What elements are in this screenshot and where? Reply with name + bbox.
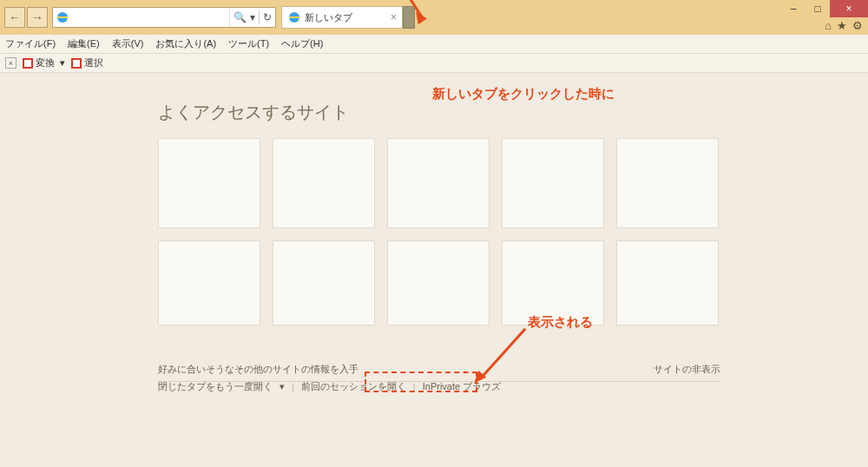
- site-tile[interactable]: [387, 240, 490, 326]
- settings-icon[interactable]: ⚙: [852, 19, 863, 32]
- reopen-closed-tabs-link[interactable]: 閉じたタブをもう一度開く: [158, 380, 273, 393]
- reopen-dropdown-icon[interactable]: ▾: [279, 381, 285, 392]
- separator: |: [292, 382, 294, 392]
- search-icon[interactable]: 🔍: [233, 11, 247, 23]
- discover-sites-link[interactable]: 好みに合いそうなその他のサイトの情報を入手: [158, 363, 358, 376]
- url-input[interactable]: [72, 9, 229, 26]
- svg-rect-3: [24, 60, 31, 67]
- header-icons: ⌂ ★ ⚙: [825, 19, 863, 32]
- annotation-text-1: 新しいタブをクリックした時に: [432, 86, 615, 102]
- new-tab-page: よくアクセスするサイト 好みに合いそうなその他のサイトの情報を入手 サイトの非表…: [0, 73, 868, 467]
- addon-toolbar: × 変換 ▾ 選択: [0, 54, 868, 73]
- search-dropdown-icon[interactable]: ▾: [250, 11, 255, 23]
- forward-button[interactable]: →: [27, 7, 48, 28]
- address-tools: 🔍 ▾ ↻: [229, 8, 275, 27]
- site-tile[interactable]: [502, 240, 604, 326]
- site-tile[interactable]: [273, 240, 375, 326]
- maximize-button[interactable]: □: [806, 0, 830, 17]
- tab-close-button[interactable]: ×: [391, 11, 397, 23]
- site-tile[interactable]: [502, 138, 604, 228]
- title-bar: ← → 🔍 ▾ ↻ 新しいタブ × – □ × ⌂ ★ ⚙: [0, 0, 868, 35]
- convert-button[interactable]: 変換: [22, 56, 55, 69]
- minimize-button[interactable]: –: [781, 0, 806, 17]
- back-button[interactable]: ←: [4, 7, 25, 28]
- tab-label: 新しいタブ: [305, 11, 352, 24]
- hide-sites-link[interactable]: サイトの非表示: [654, 363, 720, 376]
- site-tile[interactable]: [616, 138, 719, 228]
- site-tile[interactable]: [273, 138, 375, 228]
- annotation-text-2: 表示される: [528, 314, 593, 331]
- menu-file[interactable]: ファイル(F): [5, 37, 56, 50]
- toolbar-close-button[interactable]: ×: [5, 57, 16, 69]
- page-title: よくアクセスするサイト: [158, 101, 868, 124]
- actions-line: 閉じたタブをもう一度開く ▾ | 前回のセッションを開く | InPrivate…: [158, 380, 501, 393]
- window-controls: – □ ×: [781, 0, 868, 17]
- ie-logo-icon: [287, 10, 301, 24]
- select-label: 選択: [84, 56, 103, 69]
- inprivate-browse-link[interactable]: InPrivate ブラウズ: [423, 380, 501, 393]
- tab-new[interactable]: 新しいタブ ×: [281, 6, 403, 29]
- select-button[interactable]: 選択: [70, 56, 103, 69]
- frequent-sites-row-1: [158, 138, 719, 228]
- menu-favorites[interactable]: お気に入り(A): [155, 37, 216, 50]
- site-tile[interactable]: [616, 240, 719, 326]
- menu-bar: ファイル(F) 編集(E) 表示(V) お気に入り(A) ツール(T) ヘルプ(…: [0, 35, 868, 54]
- convert-label: 変換: [36, 56, 55, 69]
- menu-edit[interactable]: 編集(E): [68, 37, 100, 50]
- reopen-last-session-link[interactable]: 前回のセッションを開く: [301, 380, 406, 393]
- favorites-icon[interactable]: ★: [837, 19, 847, 32]
- info-line: 好みに合いそうなその他のサイトの情報を入手 サイトの非表示: [158, 363, 720, 382]
- separator: |: [413, 382, 416, 392]
- separator: [259, 10, 260, 24]
- select-icon: [70, 57, 82, 69]
- home-icon[interactable]: ⌂: [825, 19, 832, 32]
- pdf-icon: [22, 57, 34, 69]
- menu-tools[interactable]: ツール(T): [228, 37, 269, 50]
- convert-dropdown[interactable]: ▾: [60, 57, 65, 69]
- svg-rect-5: [73, 60, 80, 67]
- menu-help[interactable]: ヘルプ(H): [281, 37, 323, 50]
- address-bar[interactable]: 🔍 ▾ ↻: [52, 7, 276, 28]
- site-tile[interactable]: [158, 240, 260, 326]
- ie-logo-icon: [56, 10, 69, 24]
- menu-view[interactable]: 表示(V): [112, 37, 144, 50]
- site-tile[interactable]: [158, 138, 260, 228]
- refresh-button[interactable]: ↻: [263, 11, 272, 23]
- frequent-sites-row-2: [158, 240, 719, 326]
- site-tile[interactable]: [387, 138, 490, 228]
- close-button[interactable]: ×: [830, 0, 868, 17]
